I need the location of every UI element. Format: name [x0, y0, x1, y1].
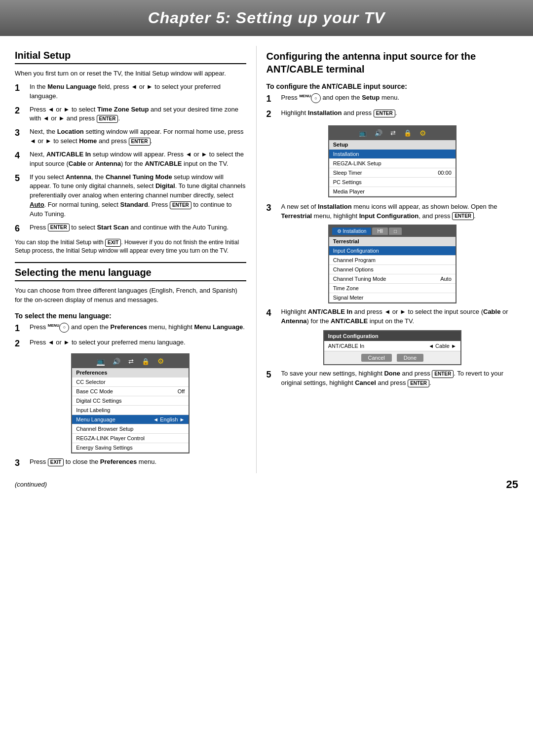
initial-setup-intro: When you first turn on or reset the TV, … — [15, 69, 246, 78]
display-tab: □ — [389, 227, 402, 235]
sound-icon: 🔊 — [113, 358, 120, 365]
exit-key: EXIT — [105, 239, 121, 247]
setup-screen-mockup: 📺 🔊 ⇄ 🔒 ⚙ Setup Installation REGZA-LINK … — [328, 125, 457, 197]
select-menu-lang-title: Selecting the menu language — [15, 267, 246, 281]
select-menu-lang-intro: You can choose from three different lang… — [15, 286, 246, 305]
time-zone-row: Time Zone — [329, 284, 456, 293]
preferences-screen-mockup: 📺 🔊 ⇄ 🔒 ⚙ Preferences CC Selector Base C… — [71, 353, 190, 454]
done-button[interactable]: Done — [397, 354, 423, 362]
list-item: 2 Press ◄ or ► to select your preferred … — [15, 338, 246, 349]
channel-program-row: Channel Program — [329, 256, 456, 265]
lock-icon: 🔒 — [404, 129, 412, 137]
installation-row: Installation — [329, 150, 456, 159]
left-column: Initial Setup When you first turn on or … — [15, 46, 257, 473]
config-antenna-subsection: To configure the ANT/CABLE input source: — [266, 82, 518, 90]
gear-icon: ⚙ — [419, 129, 426, 138]
signal-meter-row: Signal Meter — [329, 293, 456, 302]
cc-selector-row: CC Selector — [72, 378, 189, 387]
enter-key: ENTER — [170, 201, 191, 209]
channel-tuning-mode-row: Channel Tuning ModeAuto — [329, 274, 456, 284]
setup-screen-rows: Setup Installation REGZA-LINK Setup Slee… — [329, 140, 456, 196]
base-cc-mode-row: Base CC ModeOff — [72, 387, 189, 396]
tv-icon: 📺 — [359, 129, 367, 137]
regza-link-setup-row: REGZA-LINK Setup — [329, 159, 456, 168]
install-tab-bar: ⚙ Installation Hll □ — [329, 226, 456, 237]
exit-note: You can stop the Initial Setup with EXIT… — [15, 238, 246, 255]
input-config-header: Input Configuration — [324, 331, 460, 341]
continued-label: (continued) — [15, 481, 47, 488]
channel-options-row: Channel Options — [329, 265, 456, 274]
digital-cc-settings-row: Digital CC Settings — [72, 396, 189, 406]
installation-tab: ⚙ Installation — [332, 227, 372, 235]
sound-icon: 🔊 — [375, 129, 382, 137]
input-config-screen-mockup: Input Configuration ANT/CABLE In ◄ Cable… — [323, 330, 461, 365]
enter-key: ENTER — [97, 115, 118, 123]
regza-link-row: REGZA-LINK Player Control — [72, 434, 189, 443]
initial-setup-title: Initial Setup — [15, 50, 246, 64]
chapter-header: Chapter 5: Setting up your TV — [0, 0, 533, 36]
initial-setup-section: Initial Setup When you first turn on or … — [15, 50, 246, 255]
select-menu-lang-section: Selecting the menu language You can choo… — [15, 267, 246, 469]
menu-key: ○ — [311, 93, 321, 103]
enter-key: ENTER — [452, 212, 474, 220]
lock-icon: 🔒 — [142, 358, 150, 365]
list-item: 3 A new set of Installation menu icons w… — [266, 202, 518, 221]
arrows-icon: ⇄ — [390, 129, 396, 137]
tv-icon: 📺 — [97, 357, 105, 366]
setup-header-row: Setup — [329, 140, 456, 150]
enter-key: ENTER — [432, 370, 454, 378]
config-antenna-title: Configuring the antenna input source for… — [266, 50, 518, 76]
enter-key: ENTER — [374, 110, 395, 117]
installation-screen-mockup: ⚙ Installation Hll □ Terrestrial Input C… — [328, 225, 457, 303]
list-item: 4 Highlight ANT/CABLE In and press ◄ or … — [266, 307, 518, 326]
installation-rows: Terrestrial Input Configuration Channel … — [329, 237, 456, 302]
enter-key: ENTER — [408, 379, 429, 387]
antenna-tab: Hll — [372, 227, 388, 235]
ant-cable-row: ANT/CABLE In ◄ Cable ► — [324, 341, 460, 351]
preferences-rows: Preferences CC Selector Base CC ModeOff … — [72, 368, 189, 453]
input-config-row: Input Configuration — [329, 246, 456, 256]
divider — [15, 262, 246, 263]
main-content: Initial Setup When you first turn on or … — [0, 46, 533, 473]
media-player-row: Media Player — [329, 187, 456, 196]
input-labeling-row: Input Labeling — [72, 406, 189, 415]
energy-saving-row: Energy Saving Settings — [72, 443, 189, 453]
sleep-timer-row: Sleep Timer00:00 — [329, 168, 456, 178]
page-number: 25 — [506, 478, 518, 491]
setup-screen-icon-bar: 📺 🔊 ⇄ 🔒 ⚙ — [329, 126, 456, 140]
list-item: 5 To save your new settings, highlight D… — [266, 369, 518, 388]
menu-language-row: Menu Language ◄ English ► — [72, 415, 189, 424]
list-item: 1 Press MENU○ and open the Preferences m… — [15, 323, 246, 334]
chapter-title: Chapter 5: Setting up your TV — [20, 9, 513, 27]
exit-key: EXIT — [48, 458, 64, 466]
pc-settings-row: PC Settings — [329, 178, 456, 187]
pref-header-row: Preferences — [72, 368, 189, 378]
right-column: Configuring the antenna input source for… — [257, 46, 518, 473]
config-antenna-section: Configuring the antenna input source for… — [266, 50, 518, 388]
select-menu-lang-steps: 1 Press MENU○ and open the Preferences m… — [15, 323, 246, 350]
config-antenna-steps: 1 Press MENU○ and open the Setup menu. 2… — [266, 93, 518, 120]
select-menu-lang-subsection: To select the menu language: — [15, 312, 246, 320]
arrows-icon: ⇄ — [128, 358, 134, 365]
page-footer: (continued) 25 — [0, 473, 533, 494]
enter-key: ENTER — [129, 138, 151, 146]
list-item: 5 If you select Antenna, the Channel Tun… — [15, 173, 246, 219]
list-item: 2 Highlight Installation and press ENTER… — [266, 109, 518, 120]
input-config-btn-row: Cancel Done — [324, 351, 460, 364]
list-item: 3 Press EXIT to close the Preferences me… — [15, 457, 246, 469]
channel-browser-row: Channel Browser Setup — [72, 424, 189, 434]
list-item: 2 Press ◄ or ► to select Time Zone Setup… — [15, 105, 246, 124]
list-item: 1 In the Menu Language field, press ◄ or… — [15, 82, 246, 101]
list-item: 3 Next, the Location setting window will… — [15, 127, 246, 146]
enter-key: ENTER — [48, 224, 70, 231]
list-item: 1 Press MENU○ and open the Setup menu. — [266, 93, 518, 105]
list-item: 6 Press ENTER to select Start Scan and c… — [15, 223, 246, 234]
menu-key: ○ — [59, 323, 69, 333]
initial-setup-steps: 1 In the Menu Language field, press ◄ or… — [15, 82, 246, 234]
terrestrial-header: Terrestrial — [329, 237, 456, 246]
screen-icon-bar: 📺 🔊 ⇄ 🔒 ⚙ — [72, 354, 189, 368]
list-item: 4 Next, ANT/CABLE In setup window will a… — [15, 150, 246, 169]
gear-icon: ⚙ — [157, 357, 164, 366]
cancel-button[interactable]: Cancel — [361, 354, 392, 362]
select-menu-lang-step3: 3 Press EXIT to close the Preferences me… — [15, 457, 246, 469]
